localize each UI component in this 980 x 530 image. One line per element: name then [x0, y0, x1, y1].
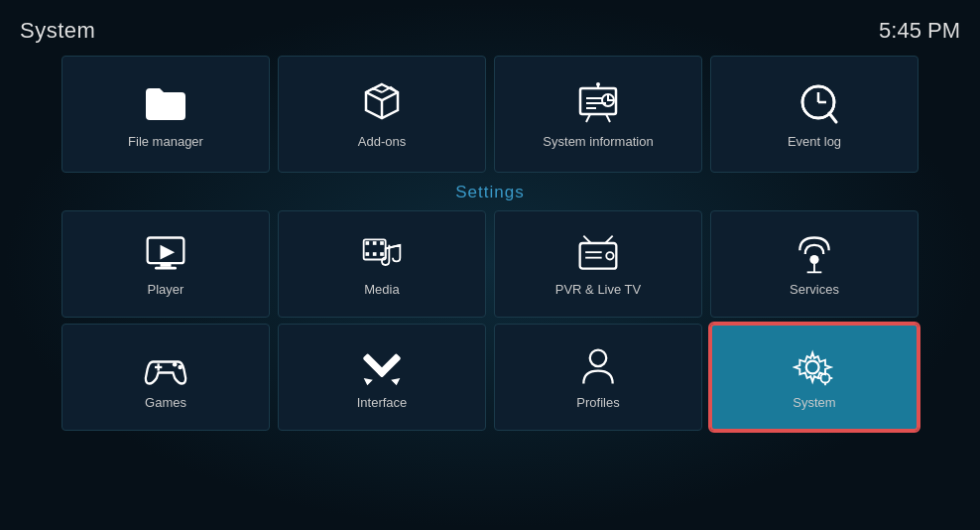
tile-system-information[interactable]: System information [494, 56, 702, 173]
system-info-icon [574, 80, 622, 128]
tile-label-system: System [793, 395, 835, 410]
player-icon [144, 232, 187, 276]
svg-point-44 [590, 349, 607, 366]
services-icon [793, 232, 836, 276]
system-icon [793, 345, 836, 389]
settings-grid: Player Media [20, 210, 960, 431]
svg-marker-41 [364, 378, 373, 385]
tile-label-profiles: Profiles [576, 395, 619, 410]
settings-row-2: Games Interface [20, 324, 960, 431]
svg-rect-17 [161, 263, 172, 267]
addons-icon [358, 80, 406, 128]
svg-marker-43 [391, 378, 400, 385]
folder-icon [142, 80, 189, 128]
page: System 5:45 PM File manager A [0, 0, 980, 530]
tile-event-log[interactable]: Event log [710, 56, 919, 173]
svg-line-26 [386, 244, 401, 248]
tile-label-games: Games [145, 395, 186, 410]
tile-services[interactable]: Services [710, 210, 919, 318]
tile-label-event-log: Event log [788, 134, 841, 149]
svg-line-13 [829, 113, 836, 122]
tile-interface[interactable]: Interface [278, 324, 486, 431]
tile-label-media: Media [364, 282, 399, 297]
svg-point-32 [606, 252, 613, 259]
svg-point-33 [809, 254, 818, 263]
pvr-icon [576, 232, 620, 276]
media-icon [360, 232, 404, 276]
tile-player[interactable]: Player [61, 210, 270, 318]
settings-heading: Settings [20, 183, 960, 202]
tile-label-add-ons: Add-ons [358, 134, 406, 149]
tile-profiles[interactable]: Profiles [494, 324, 702, 431]
interface-icon [360, 345, 404, 389]
tile-label-services: Services [790, 282, 839, 297]
clock: 5:45 PM [879, 18, 960, 44]
games-icon [144, 345, 187, 389]
svg-rect-20 [366, 241, 370, 245]
event-log-icon [791, 80, 838, 128]
settings-row-1: Player Media [20, 210, 960, 318]
top-tiles-row: File manager Add-ons [20, 56, 960, 173]
profiles-icon [576, 345, 620, 389]
tile-label-system-information: System information [543, 134, 653, 149]
tile-label-player: Player [148, 282, 184, 297]
tile-file-manager[interactable]: File manager [61, 56, 270, 173]
svg-rect-24 [373, 252, 377, 256]
tile-games[interactable]: Games [61, 324, 270, 431]
tile-media[interactable]: Media [278, 210, 486, 318]
svg-point-39 [178, 364, 183, 369]
tile-label-pvr-live-tv: PVR & Live TV [555, 282, 641, 297]
tile-system[interactable]: System [710, 324, 919, 431]
svg-rect-23 [366, 252, 370, 256]
svg-rect-22 [380, 241, 384, 245]
svg-point-45 [806, 360, 819, 373]
svg-marker-16 [161, 244, 176, 259]
page-title: System [20, 18, 95, 44]
header: System 5:45 PM [20, 10, 960, 56]
svg-rect-27 [580, 243, 617, 269]
svg-rect-21 [373, 241, 377, 245]
svg-rect-25 [380, 252, 384, 256]
svg-rect-18 [155, 266, 177, 269]
svg-point-38 [173, 361, 178, 366]
tile-label-file-manager: File manager [128, 134, 203, 149]
svg-rect-42 [377, 352, 402, 377]
tile-add-ons[interactable]: Add-ons [278, 56, 486, 173]
tile-pvr-live-tv[interactable]: PVR & Live TV [494, 210, 702, 318]
tile-label-interface: Interface [357, 395, 408, 410]
svg-point-8 [596, 82, 600, 86]
